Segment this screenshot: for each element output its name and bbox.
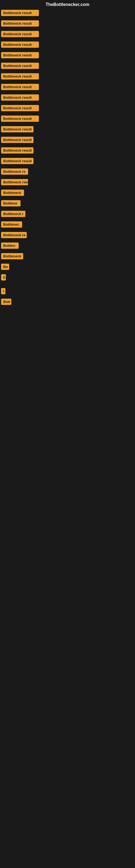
bottleneck-badge[interactable]: Bottleneck re: [1, 168, 28, 175]
site-title: TheBottlenecker.com: [46, 2, 89, 7]
badge-row: Bottleneck result: [0, 72, 135, 82]
badge-row: Bottlene: [0, 198, 135, 209]
badge-row: Bottleneck resul: [0, 177, 135, 188]
badge-row: Bottleneck result: [0, 51, 135, 61]
bottleneck-badge[interactable]: Bottleneck re: [1, 232, 27, 238]
badge-row: Bottlenec: [0, 220, 135, 230]
badge-row: Bottleneck r: [0, 209, 135, 220]
bottleneck-badge[interactable]: l: [1, 288, 5, 294]
badge-row: Bottleneck result: [0, 61, 135, 72]
bottleneck-badge[interactable]: Bottleneck result: [1, 63, 39, 69]
bottleneck-badge[interactable]: Bottlen: [1, 243, 18, 249]
badge-row: Bottleneck result: [0, 114, 135, 124]
badge-row: Bottleneck result: [0, 82, 135, 93]
bottleneck-badge[interactable]: Bottleneck result: [1, 158, 34, 164]
bottleneck-badge[interactable]: Bottleneck result: [1, 105, 39, 111]
badge-row: b: [0, 273, 135, 283]
bottleneck-badge[interactable]: Bottleneck result: [1, 10, 39, 16]
badge-row: Bo: [0, 262, 135, 273]
bottleneck-badge[interactable]: Bo: [1, 264, 9, 270]
badges-container: Bottleneck resultBottleneck resultBottle…: [0, 8, 135, 308]
bottleneck-badge[interactable]: Bottleneck result: [1, 73, 39, 80]
bottleneck-badge[interactable]: Bottleneck: [1, 253, 23, 259]
bottleneck-badge[interactable]: Bottleneck result: [1, 137, 34, 143]
badge-row: Bottleneck result: [0, 8, 135, 19]
badge-row: Bottleneck result: [0, 156, 135, 167]
badge-row: Bottleneck result: [0, 124, 135, 135]
badge-row: Bottleneck result: [0, 19, 135, 29]
badge-row: Bottleneck: [0, 188, 135, 198]
badge-row: Bottleneck result: [0, 135, 135, 146]
bottleneck-badge[interactable]: Bottleneck result: [1, 147, 34, 154]
bottleneck-badge[interactable]: Bottleneck result: [1, 20, 39, 27]
badge-row: Bottleneck re: [0, 167, 135, 177]
badge-row: Bottlen: [0, 241, 135, 251]
badge-row: Bottleneck result: [0, 103, 135, 114]
badge-row: l: [0, 286, 135, 297]
header: TheBottlenecker.com: [0, 0, 135, 8]
bottleneck-badge[interactable]: Bottleneck resul: [1, 179, 28, 185]
bottleneck-badge[interactable]: Bottleneck result: [1, 31, 39, 37]
badge-row: Bottleneck result: [0, 93, 135, 103]
badge-row: Bottleneck result: [0, 146, 135, 156]
bottleneck-badge[interactable]: Bottleneck r: [1, 211, 26, 217]
bottleneck-badge[interactable]: Bott: [1, 299, 11, 305]
bottleneck-badge[interactable]: Bottleneck result: [1, 52, 39, 58]
bottleneck-badge[interactable]: Bottleneck result: [1, 126, 34, 132]
badge-row: Bottleneck result: [0, 40, 135, 51]
bottleneck-badge[interactable]: Bottleneck result: [1, 84, 39, 90]
badge-row: Bott: [0, 297, 135, 308]
badge-row: Bottleneck re: [0, 230, 135, 241]
bottleneck-badge[interactable]: Bottleneck result: [1, 116, 39, 122]
bottleneck-badge[interactable]: Bottleneck result: [1, 41, 39, 48]
badge-row: [0, 283, 135, 286]
badge-row: Bottleneck: [0, 251, 135, 262]
bottleneck-badge[interactable]: b: [1, 274, 6, 280]
badge-row: Bottleneck result: [0, 29, 135, 40]
bottleneck-badge[interactable]: Bottleneck: [1, 190, 24, 196]
bottleneck-badge[interactable]: Bottlene: [1, 200, 20, 207]
bottleneck-badge[interactable]: Bottlenec: [1, 221, 22, 227]
bottleneck-badge[interactable]: Bottleneck result: [1, 94, 39, 101]
